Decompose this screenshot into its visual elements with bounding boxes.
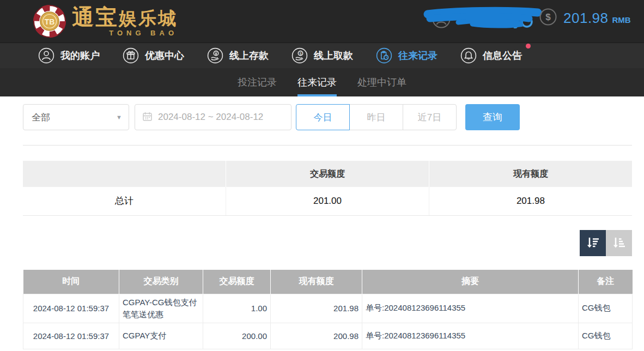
date-range-input[interactable]: 2024-08-12 ~ 2024-08-12: [135, 104, 291, 130]
quick-range-today[interactable]: 今日: [296, 104, 350, 130]
summary-header-transaction-amount: 交易额度: [226, 161, 429, 187]
redaction-scribble: [420, 5, 545, 35]
record-note: CG钱包: [579, 323, 633, 349]
record-summary: 单号:202408123696114355: [362, 294, 579, 323]
section-divider: [23, 145, 632, 146]
record-time: 2024-08-12 01:59:37: [23, 294, 119, 323]
record-balance: 201.98: [271, 294, 362, 323]
date-range-value: 2024-08-12 ~ 2024-08-12: [158, 112, 263, 123]
logo-cn-big: 通宝: [72, 5, 119, 29]
summary-header-current-amount: 现有额度: [429, 161, 632, 187]
nav-label: 我的账户: [60, 49, 100, 62]
gift-icon: [123, 47, 139, 64]
records-icon: [376, 47, 392, 64]
logo-cn-small: 娱乐城: [119, 9, 178, 28]
records-header-row: 时间 交易类别 交易额度 现有额度 摘要 备注: [23, 270, 633, 294]
logo-en: TONG BAO: [72, 29, 178, 37]
nav-item-deposit[interactable]: 线上存款: [207, 47, 269, 64]
summary-total-row: 总计 201.00 201.98: [23, 187, 632, 215]
nav-label: 往来记录: [398, 49, 438, 62]
summary-total-current-amount: 201.98: [429, 187, 632, 215]
summary-table: 交易额度 现有额度 总计 201.00 201.98: [23, 161, 632, 216]
type-select-value: 全部: [32, 111, 50, 124]
username-area[interactable]: [428, 5, 537, 34]
records-header-note: 备注: [579, 270, 633, 294]
summary-total-label: 总计: [23, 187, 226, 215]
nav-item-withdraw[interactable]: $ 线上取款: [291, 47, 353, 64]
deposit-icon: [207, 47, 223, 64]
tab-betting-records[interactable]: 投注记录: [238, 68, 277, 96]
nav-label: 线上存款: [229, 49, 269, 62]
filter-row: 全部 ▼ 2024-08-12 ~ 2024-08-12 今日 昨日 近7日 查…: [23, 104, 644, 130]
nav-item-announcements[interactable]: 信息公告: [460, 47, 522, 64]
nav-label: 信息公告: [483, 49, 522, 62]
record-amount: 1.00: [203, 294, 271, 323]
main-nav: 我的账户 优惠中心 线上存款 $ 线上取款 往来记录 信息公告: [0, 43, 644, 68]
calendar-icon: [142, 111, 153, 124]
record-note: CG钱包: [579, 294, 633, 323]
balance-currency: RMB: [612, 11, 631, 25]
record-amount: 200.00: [203, 323, 271, 349]
bell-icon: [460, 47, 477, 64]
query-button[interactable]: 查询: [465, 104, 520, 130]
sort-ascending-button[interactable]: [606, 230, 632, 256]
summary-total-transaction-amount: 201.00: [226, 187, 429, 215]
record-type: CGPAY-CG钱包支付笔笔送优惠: [119, 294, 203, 323]
table-row: 2024-08-12 01:59:37 CGPAY支付 200.00 200.9…: [23, 323, 633, 349]
record-balance: 200.98: [271, 323, 362, 349]
records-header-amount: 交易额度: [203, 270, 271, 294]
sub-nav: 投注记录 往来记录 处理中订单: [0, 68, 644, 96]
records-header-type: 交易类别: [119, 270, 203, 294]
tab-processing-orders[interactable]: 处理中订单: [357, 68, 406, 96]
summary-header-empty: [23, 161, 226, 187]
logo-chip-icon: TB: [33, 4, 66, 38]
quick-range-yesterday[interactable]: 昨日: [349, 104, 403, 130]
record-time: 2024-08-12 01:59:37: [23, 323, 119, 349]
user-icon: [38, 47, 54, 64]
tab-transaction-records[interactable]: 往来记录: [297, 68, 337, 96]
records-header-time: 时间: [23, 270, 119, 294]
nav-item-transaction-records[interactable]: 往来记录: [376, 47, 438, 64]
sort-descending-button[interactable]: [580, 230, 606, 256]
balance-display: $ 201.98 RMB: [539, 8, 631, 28]
nav-item-my-account[interactable]: 我的账户: [38, 47, 100, 64]
top-header: TB 通宝娱乐城 TONG BAO: [0, 0, 644, 43]
site-logo[interactable]: TB 通宝娱乐城 TONG BAO: [33, 4, 178, 38]
svg-text:$: $: [545, 12, 551, 22]
nav-label: 线上取款: [314, 49, 353, 62]
quick-range-last7days[interactable]: 近7日: [403, 104, 457, 130]
svg-text:TB: TB: [45, 17, 55, 26]
record-type: CGPAY支付: [119, 323, 203, 349]
sort-descending-icon: [585, 235, 600, 251]
records-table: 时间 交易类别 交易额度 现有额度 摘要 备注 2024-08-12 01:59…: [23, 270, 633, 349]
records-header-summary: 摘要: [362, 270, 579, 294]
withdraw-icon: $: [291, 47, 308, 64]
quick-range-group: 今日 昨日 近7日: [296, 104, 457, 130]
sort-controls: [0, 230, 632, 256]
logo-text: 通宝娱乐城 TONG BAO: [72, 7, 178, 37]
nav-item-promotions[interactable]: 优惠中心: [123, 47, 184, 64]
chevron-down-icon: ▼: [116, 114, 122, 120]
records-header-balance: 现有额度: [271, 270, 362, 294]
nav-label: 优惠中心: [145, 49, 184, 62]
sort-ascending-icon: [611, 235, 627, 251]
table-row: 2024-08-12 01:59:37 CGPAY-CG钱包支付笔笔送优惠 1.…: [23, 294, 633, 323]
balance-amount: 201.98: [563, 10, 609, 27]
currency-icon: $: [539, 8, 557, 28]
type-select[interactable]: 全部 ▼: [23, 104, 129, 130]
notification-dot: [526, 44, 531, 49]
record-summary: 单号:202408123696114355: [362, 323, 579, 349]
